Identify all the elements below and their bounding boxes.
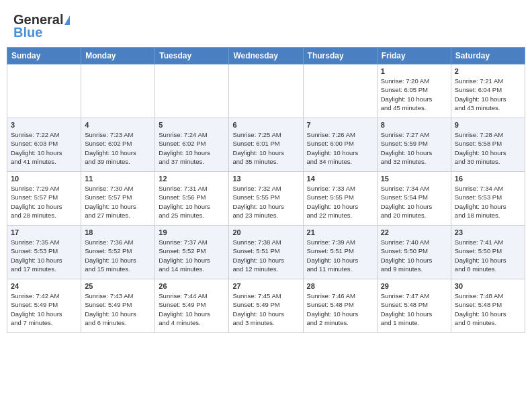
day-info: Sunrise: 7:47 AM Sunset: 5:48 PM Dayligh… bbox=[381, 291, 447, 327]
day-info: Sunrise: 7:24 AM Sunset: 6:02 PM Dayligh… bbox=[159, 130, 225, 166]
day-cell: 19Sunrise: 7:37 AM Sunset: 5:52 PM Dayli… bbox=[155, 226, 229, 279]
day-number: 23 bbox=[455, 228, 521, 236]
day-info: Sunrise: 7:34 AM Sunset: 5:54 PM Dayligh… bbox=[381, 184, 447, 220]
day-cell: 26Sunrise: 7:44 AM Sunset: 5:49 PM Dayli… bbox=[155, 279, 229, 333]
day-cell: 1Sunrise: 7:20 AM Sunset: 6:05 PM Daylig… bbox=[377, 64, 451, 118]
day-info: Sunrise: 7:39 AM Sunset: 5:51 PM Dayligh… bbox=[307, 238, 373, 273]
day-cell bbox=[303, 64, 377, 118]
day-info: Sunrise: 7:22 AM Sunset: 6:03 PM Dayligh… bbox=[11, 130, 77, 166]
day-number: 15 bbox=[381, 175, 447, 183]
day-info: Sunrise: 7:25 AM Sunset: 6:01 PM Dayligh… bbox=[232, 130, 299, 166]
day-info: Sunrise: 7:41 AM Sunset: 5:50 PM Dayligh… bbox=[455, 238, 521, 273]
day-number: 5 bbox=[159, 121, 225, 129]
day-cell: 6Sunrise: 7:25 AM Sunset: 6:01 PM Daylig… bbox=[229, 118, 303, 172]
day-number: 3 bbox=[11, 121, 77, 129]
logo-blue: Blue bbox=[13, 25, 42, 40]
day-info: Sunrise: 7:36 AM Sunset: 5:52 PM Dayligh… bbox=[85, 238, 151, 273]
day-cell: 22Sunrise: 7:40 AM Sunset: 5:50 PM Dayli… bbox=[377, 226, 451, 279]
day-number: 22 bbox=[381, 228, 447, 236]
day-number: 6 bbox=[232, 121, 299, 129]
day-cell bbox=[7, 64, 81, 118]
day-cell bbox=[155, 64, 229, 118]
day-info: Sunrise: 7:42 AM Sunset: 5:49 PM Dayligh… bbox=[11, 291, 77, 327]
weekday-header-friday: Friday bbox=[377, 48, 451, 64]
day-number: 20 bbox=[232, 228, 299, 236]
day-cell: 18Sunrise: 7:36 AM Sunset: 5:52 PM Dayli… bbox=[81, 226, 155, 279]
day-cell: 29Sunrise: 7:47 AM Sunset: 5:48 PM Dayli… bbox=[377, 279, 451, 333]
week-row-2: 3Sunrise: 7:22 AM Sunset: 6:03 PM Daylig… bbox=[7, 118, 525, 172]
day-info: Sunrise: 7:29 AM Sunset: 5:57 PM Dayligh… bbox=[11, 184, 77, 220]
day-cell: 16Sunrise: 7:34 AM Sunset: 5:53 PM Dayli… bbox=[451, 172, 525, 226]
day-number: 11 bbox=[85, 175, 151, 183]
day-number: 18 bbox=[85, 228, 151, 236]
day-number: 4 bbox=[85, 121, 151, 129]
day-cell bbox=[229, 64, 303, 118]
day-number: 16 bbox=[455, 175, 521, 183]
week-row-1: 1Sunrise: 7:20 AM Sunset: 6:05 PM Daylig… bbox=[7, 64, 525, 118]
day-cell bbox=[81, 64, 155, 118]
day-number: 30 bbox=[455, 282, 521, 290]
day-info: Sunrise: 7:44 AM Sunset: 5:49 PM Dayligh… bbox=[159, 291, 225, 327]
day-info: Sunrise: 7:38 AM Sunset: 5:51 PM Dayligh… bbox=[232, 238, 299, 273]
day-cell: 13Sunrise: 7:32 AM Sunset: 5:55 PM Dayli… bbox=[229, 172, 303, 226]
day-number: 21 bbox=[307, 228, 373, 236]
day-info: Sunrise: 7:35 AM Sunset: 5:53 PM Dayligh… bbox=[11, 238, 77, 273]
logo: General Blue bbox=[13, 12, 70, 40]
day-info: Sunrise: 7:30 AM Sunset: 5:57 PM Dayligh… bbox=[85, 184, 151, 220]
day-number: 24 bbox=[11, 282, 77, 290]
day-info: Sunrise: 7:34 AM Sunset: 5:53 PM Dayligh… bbox=[455, 184, 521, 220]
logo-triangle-icon bbox=[64, 15, 70, 25]
day-number: 26 bbox=[159, 282, 225, 290]
day-cell: 21Sunrise: 7:39 AM Sunset: 5:51 PM Dayli… bbox=[303, 226, 377, 279]
day-info: Sunrise: 7:27 AM Sunset: 5:59 PM Dayligh… bbox=[381, 130, 447, 166]
day-cell: 11Sunrise: 7:30 AM Sunset: 5:57 PM Dayli… bbox=[81, 172, 155, 226]
day-cell: 12Sunrise: 7:31 AM Sunset: 5:56 PM Dayli… bbox=[155, 172, 229, 226]
day-info: Sunrise: 7:21 AM Sunset: 6:04 PM Dayligh… bbox=[455, 77, 521, 112]
weekday-header-monday: Monday bbox=[81, 48, 155, 64]
day-number: 17 bbox=[11, 228, 77, 236]
day-info: Sunrise: 7:37 AM Sunset: 5:52 PM Dayligh… bbox=[159, 238, 225, 273]
weekday-header-sunday: Sunday bbox=[7, 48, 81, 64]
day-cell: 15Sunrise: 7:34 AM Sunset: 5:54 PM Dayli… bbox=[377, 172, 451, 226]
day-cell: 30Sunrise: 7:48 AM Sunset: 5:48 PM Dayli… bbox=[451, 279, 525, 333]
day-number: 19 bbox=[159, 228, 225, 236]
day-number: 14 bbox=[307, 175, 373, 183]
day-number: 25 bbox=[85, 282, 151, 290]
day-info: Sunrise: 7:33 AM Sunset: 5:55 PM Dayligh… bbox=[307, 184, 373, 220]
day-info: Sunrise: 7:26 AM Sunset: 6:00 PM Dayligh… bbox=[307, 130, 373, 166]
week-row-3: 10Sunrise: 7:29 AM Sunset: 5:57 PM Dayli… bbox=[7, 172, 525, 226]
day-info: Sunrise: 7:23 AM Sunset: 6:02 PM Dayligh… bbox=[85, 130, 151, 166]
day-info: Sunrise: 7:46 AM Sunset: 5:48 PM Dayligh… bbox=[307, 291, 373, 327]
weekday-header-tuesday: Tuesday bbox=[155, 48, 229, 64]
day-cell: 14Sunrise: 7:33 AM Sunset: 5:55 PM Dayli… bbox=[303, 172, 377, 226]
day-cell: 10Sunrise: 7:29 AM Sunset: 5:57 PM Dayli… bbox=[7, 172, 81, 226]
day-cell: 28Sunrise: 7:46 AM Sunset: 5:48 PM Dayli… bbox=[303, 279, 377, 333]
day-info: Sunrise: 7:40 AM Sunset: 5:50 PM Dayligh… bbox=[381, 238, 447, 273]
day-number: 13 bbox=[232, 175, 299, 183]
day-number: 29 bbox=[381, 282, 447, 290]
day-info: Sunrise: 7:43 AM Sunset: 5:49 PM Dayligh… bbox=[85, 291, 151, 327]
day-cell: 20Sunrise: 7:38 AM Sunset: 5:51 PM Dayli… bbox=[229, 226, 303, 279]
day-cell: 17Sunrise: 7:35 AM Sunset: 5:53 PM Dayli… bbox=[7, 226, 81, 279]
day-number: 10 bbox=[11, 175, 77, 183]
week-row-4: 17Sunrise: 7:35 AM Sunset: 5:53 PM Dayli… bbox=[7, 226, 525, 279]
day-cell: 5Sunrise: 7:24 AM Sunset: 6:02 PM Daylig… bbox=[155, 118, 229, 172]
day-number: 8 bbox=[381, 121, 447, 129]
day-cell: 2Sunrise: 7:21 AM Sunset: 6:04 PM Daylig… bbox=[451, 64, 525, 118]
day-number: 28 bbox=[307, 282, 373, 290]
day-number: 9 bbox=[455, 121, 521, 129]
calendar-table: SundayMondayTuesdayWednesdayThursdayFrid… bbox=[7, 47, 525, 333]
page-header: General Blue bbox=[7, 7, 525, 44]
weekday-header-wednesday: Wednesday bbox=[229, 48, 303, 64]
weekday-header-saturday: Saturday bbox=[451, 48, 525, 64]
weekday-header-row: SundayMondayTuesdayWednesdayThursdayFrid… bbox=[7, 48, 525, 64]
day-number: 7 bbox=[307, 121, 373, 129]
day-info: Sunrise: 7:28 AM Sunset: 5:58 PM Dayligh… bbox=[455, 130, 521, 166]
week-row-5: 24Sunrise: 7:42 AM Sunset: 5:49 PM Dayli… bbox=[7, 279, 525, 333]
weekday-header-thursday: Thursday bbox=[303, 48, 377, 64]
day-cell: 23Sunrise: 7:41 AM Sunset: 5:50 PM Dayli… bbox=[451, 226, 525, 279]
day-info: Sunrise: 7:45 AM Sunset: 5:49 PM Dayligh… bbox=[232, 291, 299, 327]
day-cell: 24Sunrise: 7:42 AM Sunset: 5:49 PM Dayli… bbox=[7, 279, 81, 333]
day-number: 2 bbox=[455, 67, 521, 75]
day-number: 1 bbox=[381, 67, 447, 75]
